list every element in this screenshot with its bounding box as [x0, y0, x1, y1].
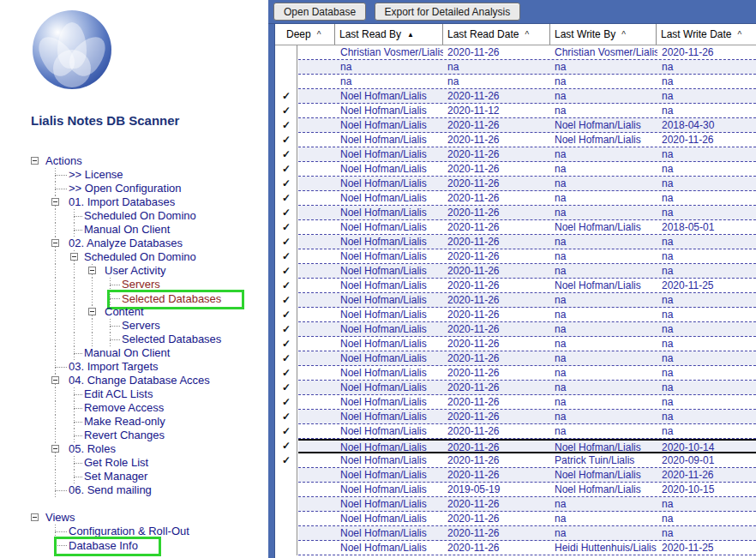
- deep-check-cell[interactable]: ✓: [275, 249, 297, 264]
- tree-label[interactable]: User Activity: [105, 265, 166, 277]
- table-row[interactable]: ✓Noel Hofman/Lialis2020-11-26nana: [275, 395, 756, 410]
- table-row[interactable]: ✓Noel Hofman/Lialis2020-11-26nana: [275, 191, 756, 206]
- deep-check-cell[interactable]: ✓: [275, 351, 297, 366]
- tree-label[interactable]: Edit ACL Lists: [84, 388, 153, 400]
- deep-check-cell[interactable]: ✓: [275, 264, 297, 279]
- table-row[interactable]: nananana: [275, 60, 756, 75]
- tree-label[interactable]: 01. Import Databases: [69, 196, 175, 208]
- tree-label[interactable]: 04. Change Database Acces: [69, 375, 210, 387]
- tree-item-04-change-database-acces[interactable]: 04. Change Database Acces: [0, 374, 268, 387]
- table-row[interactable]: ✓Noel Hofman/Lialis2020-11-12nana: [275, 104, 756, 118]
- collapse-minus-icon[interactable]: [51, 198, 59, 206]
- table-row[interactable]: ✓Noel Hofman/Lialis2020-11-26nana: [275, 206, 756, 220]
- tree-item-views[interactable]: Views: [0, 511, 268, 525]
- tree-item-03-import-targets[interactable]: 03. Import Targets: [0, 360, 268, 374]
- tree-label[interactable]: Scheduled On Domino: [84, 210, 196, 222]
- tree-label[interactable]: >> Open Configuration: [69, 183, 182, 195]
- tree-label-highlighted[interactable]: Database Info: [54, 537, 161, 556]
- table-row[interactable]: ✓Noel Hofman/Lialis2020-11-26nana: [275, 147, 756, 162]
- tree-item-remove-access[interactable]: Remove Access: [0, 401, 268, 415]
- column-header-last-read-by[interactable]: Last Read By▲: [334, 24, 442, 45]
- table-row[interactable]: ✓Noel Hofman/Lialis2020-11-26Noel Hofman…: [275, 118, 756, 133]
- deep-check-cell[interactable]: ✓: [275, 206, 297, 220]
- table-row[interactable]: Noel Hofman/Lialis2020-11-26Heidi Hutten…: [275, 541, 756, 555]
- table-row[interactable]: ✓Noel Hofman/Lialis2020-11-26nana: [275, 351, 756, 366]
- tree-item-servers[interactable]: Servers: [0, 319, 268, 333]
- collapse-minus-icon[interactable]: [88, 267, 96, 274]
- deep-check-cell[interactable]: [275, 45, 297, 60]
- deep-check-cell[interactable]: ✓: [275, 118, 297, 133]
- deep-check-cell[interactable]: ✓: [275, 453, 297, 468]
- table-row[interactable]: ✓Noel Hofman/Lialis2020-11-26Noel Hofman…: [275, 220, 756, 235]
- tree-item-actions[interactable]: Actions: [0, 154, 268, 168]
- tree-label[interactable]: >> License: [69, 169, 123, 181]
- tree-item-open-configuration[interactable]: >> Open Configuration: [0, 182, 268, 195]
- deep-check-cell[interactable]: [275, 541, 297, 555]
- tree-item-02-analyze-databases[interactable]: 02. Analyze Databases: [0, 237, 268, 250]
- tree-label[interactable]: Content: [105, 306, 144, 318]
- deep-check-cell[interactable]: ✓: [275, 177, 297, 191]
- column-header-last-write-by[interactable]: Last Write By^: [549, 24, 656, 45]
- deep-check-cell[interactable]: [275, 512, 297, 526]
- export-detailed-analysis-button[interactable]: Export for Detailed Analysis: [375, 3, 521, 21]
- tree-label[interactable]: Actions: [45, 155, 82, 167]
- tree-label[interactable]: 05. Roles: [69, 443, 116, 455]
- column-header-deep[interactable]: Deep^: [275, 24, 334, 45]
- tree-item-selected-databases[interactable]: Selected Databases: [0, 333, 268, 346]
- deep-check-cell[interactable]: ✓: [275, 235, 297, 249]
- table-row[interactable]: ✓Noel Hofman/Lialis2020-11-26nana: [275, 410, 756, 424]
- sort-caret-icon[interactable]: ^: [317, 30, 321, 39]
- table-row[interactable]: Christian Vosmer/Lialis2020-11-26Christi…: [275, 45, 756, 60]
- tree-item-06-send-mailing[interactable]: 06. Send mailing: [0, 483, 268, 497]
- deep-check-cell[interactable]: ✓: [275, 147, 297, 162]
- tree-item-manual-on-client[interactable]: Manual On Client: [0, 346, 268, 360]
- deep-check-cell[interactable]: [275, 483, 297, 497]
- deep-check-cell[interactable]: ✓: [275, 337, 297, 351]
- tree-item-manual-on-client[interactable]: Manual On Client: [0, 223, 268, 237]
- deep-check-cell[interactable]: ✓: [275, 366, 297, 381]
- table-row[interactable]: ✓Noel Hofman/Lialis2020-11-26Noel Hofman…: [275, 279, 756, 293]
- tree-label[interactable]: 03. Import Targets: [69, 361, 159, 373]
- table-row[interactable]: Noel Hofman/Lialis2020-11-26nana: [275, 497, 756, 512]
- table-row[interactable]: ✓Noel Hofman/Lialis2020-11-26nana: [275, 337, 756, 351]
- collapse-minus-icon[interactable]: [31, 157, 39, 165]
- tree-item-make-read-only[interactable]: Make Read-only: [0, 415, 268, 429]
- tree-item-edit-acl-lists[interactable]: Edit ACL Lists: [0, 387, 268, 401]
- table-row[interactable]: ✓Noel Hofman/Lialis2020-11-26nana: [275, 381, 756, 395]
- tree-label[interactable]: 02. Analyze Databases: [69, 237, 183, 249]
- table-row[interactable]: ✓Noel Hofman/Lialis2020-11-26nana: [275, 264, 756, 279]
- tree-label[interactable]: Servers: [122, 320, 160, 332]
- table-row[interactable]: ✓Noel Hofman/Lialis2020-11-26nana: [275, 249, 756, 264]
- deep-check-cell[interactable]: ✓: [275, 381, 297, 395]
- deep-check-cell[interactable]: ✓: [275, 191, 297, 206]
- column-header-last-write-date[interactable]: Last Write Date^: [656, 24, 756, 45]
- table-row[interactable]: ✓Noel Hofman/Lialis2020-11-26nana: [275, 322, 756, 337]
- deep-check-cell[interactable]: ✓: [275, 322, 297, 337]
- table-row[interactable]: Noel Hofman/Lialis2020-11-26Noel Hofman/…: [275, 468, 756, 483]
- deep-check-cell[interactable]: ✓: [275, 220, 297, 235]
- tree-label[interactable]: Revert Changes: [84, 429, 165, 441]
- table-row[interactable]: ✓Noel Hofman/Lialis2020-11-26nana: [275, 424, 756, 439]
- deep-check-cell[interactable]: [275, 497, 297, 512]
- collapse-minus-icon[interactable]: [51, 445, 59, 453]
- deep-check-cell[interactable]: ✓: [275, 395, 297, 410]
- table-row[interactable]: ✓Noel Hofman/Lialis2020-11-26Patrick Tui…: [275, 453, 756, 468]
- tree-item-license[interactable]: >> License: [0, 168, 268, 182]
- sort-caret-icon[interactable]: ^: [737, 30, 741, 39]
- table-row[interactable]: Noel Hofman/Lialis2020-11-26nana: [275, 512, 756, 526]
- tree-label[interactable]: Scheduled On Domino: [84, 251, 196, 263]
- deep-check-cell[interactable]: ✓: [275, 89, 297, 104]
- table-row[interactable]: ✓Noel Hofman/Lialis2020-11-26nana: [275, 162, 756, 177]
- table-row[interactable]: Noel Hofman/Lialis2019-05-19Noel Hofman/…: [275, 483, 756, 497]
- deep-check-cell[interactable]: ✓: [275, 293, 297, 308]
- table-row[interactable]: Noel Hofman/Lialis2020-11-26nana: [275, 526, 756, 541]
- column-header-last-read-date[interactable]: Last Read Date^: [442, 24, 549, 45]
- tree-item-scheduled-on-domino[interactable]: Scheduled On Domino: [0, 209, 268, 223]
- table-row[interactable]: nananana: [275, 75, 756, 89]
- tree-label[interactable]: Servers: [122, 279, 160, 291]
- tree-item-selected-databases[interactable]: Selected Databases: [0, 291, 268, 305]
- collapse-minus-icon[interactable]: [31, 513, 39, 521]
- deep-check-cell[interactable]: [275, 75, 297, 89]
- tree-item-content[interactable]: Content: [0, 305, 268, 319]
- collapse-minus-icon[interactable]: [51, 239, 59, 247]
